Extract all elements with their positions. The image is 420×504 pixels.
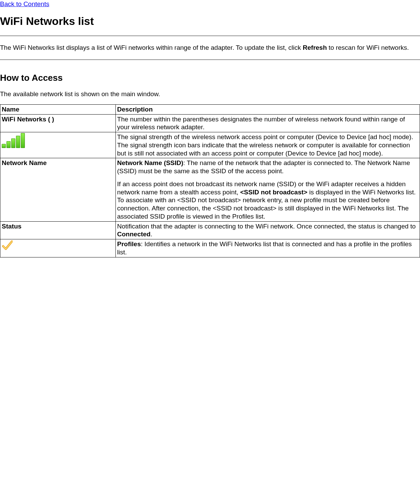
desc-bold: <SSID not broadcast> [240,189,307,196]
table-row: Profiles: Identifies a network in the Wi… [0,239,420,257]
desc-bold: Profiles [117,240,141,248]
row-description: The signal strength of the wireless netw… [115,132,420,158]
table-row: The signal strength of the wireless netw… [0,132,420,158]
desc-text: . [151,231,152,238]
row-name: WiFi Networks ( ) [0,114,116,132]
table-header-name: Name [0,104,116,114]
table-header-row: Name Description [0,104,420,114]
definitions-table: Name Description WiFi Networks ( ) The n… [0,104,420,257]
table-row: Network Name Network Name (SSID): The na… [0,158,420,221]
intro-bold: Refresh [303,44,327,51]
row-description: Profiles: Identifies a network in the Wi… [115,239,420,257]
divider [0,35,420,36]
intro-pre: The WiFi Networks list displays a list o… [0,44,303,51]
desc-text: Notification that the adapter is connect… [117,223,416,230]
desc-bold: Connected [117,231,151,238]
row-description: Notification that the adapter is connect… [115,221,420,239]
table-header-description: Description [115,104,420,114]
section-intro: The available network list is shown on t… [0,90,420,98]
table-row: Status Notification that the adapter is … [0,221,420,239]
profile-check-icon [2,240,114,251]
row-description: The number within the parentheses design… [115,114,420,132]
row-name [0,239,116,257]
row-description: Network Name (SSID): The name of the net… [115,158,420,221]
intro-post: to rescan for WiFi networks. [327,44,409,51]
row-name: Status [0,221,116,239]
desc-text: : Identifies a network in the WiFi Netwo… [117,240,412,256]
back-to-contents-link[interactable]: Back to Contents [0,0,49,8]
row-name [0,132,116,158]
divider [0,59,420,60]
desc-bold: Network Name (SSID) [117,159,183,166]
page-title: WiFi Networks list [0,14,420,28]
section-heading: How to Access [0,72,420,84]
intro-paragraph: The WiFi Networks list displays a list o… [0,44,420,52]
table-row: WiFi Networks ( ) The number within the … [0,114,420,132]
signal-strength-icon [2,133,26,148]
row-name: Network Name [0,158,116,221]
